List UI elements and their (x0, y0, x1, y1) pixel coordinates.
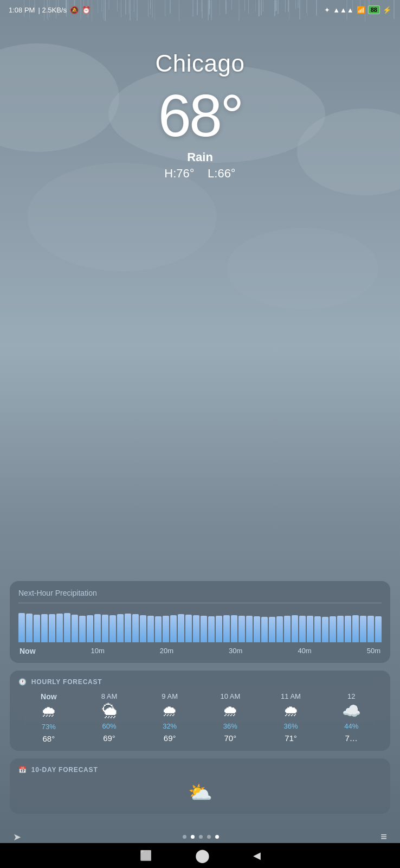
status-right: ✦ ▲▲▲ 📶 88 ⚡ (324, 5, 391, 14)
high-temp: H:76° (164, 167, 194, 180)
ten-day-title: 10-DAY FORECAST (31, 766, 98, 774)
label-50m: 50m (367, 647, 380, 655)
hourly-precip-pct: 36% (223, 722, 237, 730)
precip-bar (34, 615, 40, 642)
menu-icon[interactable]: ≡ (380, 831, 387, 843)
precip-bar (155, 616, 162, 642)
clock-icon: 🕐 (18, 678, 27, 686)
precip-bar (109, 615, 116, 642)
precipitation-card: Next-Hour Precipitation Now 10m 20m 30m … (10, 581, 390, 663)
precip-bar (345, 616, 351, 642)
hourly-temp: 70° (224, 733, 237, 743)
precip-bar (284, 616, 291, 642)
bluetooth-icon: ✦ (324, 6, 330, 14)
hourly-scroll[interactable]: Now🌧73%68°8 AM🌦60%69°9 AM🌧32%69°10 AM🌧36… (18, 692, 382, 743)
hourly-title: HOURLY FORECAST (31, 678, 102, 686)
hourly-precip-pct: 60% (102, 722, 116, 730)
precip-bar (322, 617, 328, 642)
precip-bar (56, 614, 63, 642)
dot-3[interactable] (199, 835, 203, 839)
hourly-item: 9 AM🌧32%69° (139, 692, 200, 743)
dot-1[interactable] (183, 835, 186, 839)
hourly-time: 8 AM (101, 692, 118, 700)
cards-area: Next-Hour Precipitation Now 10m 20m 30m … (0, 581, 400, 814)
hourly-time: 11 AM (281, 692, 301, 700)
weather-condition: Rain (0, 150, 400, 164)
precip-bar (132, 614, 139, 642)
label-40m: 40m (298, 647, 311, 655)
precip-bar (49, 614, 55, 642)
hourly-time: 12 (347, 692, 355, 700)
hourly-time: 9 AM (162, 692, 178, 700)
mute-icon: 🔕 (70, 6, 79, 14)
precip-bar (201, 616, 207, 642)
low-temp: L:66° (208, 167, 236, 180)
precip-bar (307, 616, 313, 642)
hourly-weather-icon: 🌧 (223, 704, 238, 719)
precip-bar (261, 617, 268, 642)
precip-bar (314, 616, 321, 642)
precip-bar (360, 616, 366, 642)
precip-bar (246, 616, 253, 642)
system-navbar: ⬜ ⬤ ◀ (0, 843, 400, 868)
precip-bar (163, 616, 169, 642)
hourly-weather-icon: ☁️ (342, 704, 361, 719)
precip-bar (94, 614, 101, 642)
bottom-nav: ➤ ≡ (0, 831, 400, 843)
precip-bar (185, 615, 192, 642)
hourly-weather-icon: 🌧 (162, 704, 177, 719)
label-20m: 20m (160, 647, 173, 655)
hourly-weather-icon: 🌧 (41, 704, 56, 719)
precip-bar (269, 617, 275, 642)
precip-bar (254, 616, 260, 642)
hourly-weather-icon: 🌧 (283, 704, 299, 719)
precip-bar (147, 616, 154, 642)
precip-bar (193, 615, 199, 642)
hourly-precip-pct: 32% (163, 722, 177, 730)
hourly-weather-icon: 🌦 (102, 704, 117, 719)
back-button[interactable]: ◀ (253, 850, 261, 861)
precip-bar (117, 614, 124, 642)
hourly-temp: 69° (164, 733, 176, 743)
hourly-header: 🕐 HOURLY FORECAST (18, 678, 382, 686)
precip-bar (18, 613, 25, 642)
precip-bar (79, 616, 86, 642)
label-now: Now (20, 647, 36, 655)
precip-bar (102, 615, 108, 642)
precip-bar (231, 615, 237, 642)
weather-main: Chicago 68° Rain H:76° L:66° (0, 17, 400, 181)
status-left: 1:08 PM | 2.5KB/s 🔕 ⏰ (9, 6, 91, 14)
hourly-item: Now🌧73%68° (18, 692, 79, 743)
dot-2[interactable] (191, 835, 195, 839)
calendar-icon: 📅 (18, 766, 27, 774)
dot-5[interactable] (215, 835, 219, 839)
precip-bar (330, 616, 336, 642)
hourly-precip-pct: 44% (344, 722, 358, 730)
precip-bar (352, 615, 359, 642)
precip-bar (367, 616, 374, 642)
hi-lo-range: H:76° L:66° (0, 167, 400, 181)
hourly-temp: 69° (103, 733, 115, 743)
precip-bar (125, 614, 131, 642)
location-arrow-icon[interactable]: ➤ (13, 831, 21, 843)
network-speed: | 2.5KB/s (38, 6, 67, 14)
precip-title: Next-Hour Precipitation (18, 589, 382, 597)
status-bar: 1:08 PM | 2.5KB/s 🔕 ⏰ ✦ ▲▲▲ 📶 88 ⚡ (0, 0, 400, 17)
recent-apps-button[interactable]: ⬜ (140, 850, 152, 861)
hourly-precip-pct: 36% (284, 722, 298, 730)
battery-indicator: 88 (368, 5, 380, 14)
precip-bar (178, 614, 184, 642)
time-display: 1:08 PM (9, 6, 35, 14)
precip-bar (72, 615, 78, 642)
precip-bar (216, 616, 222, 642)
city-name: Chicago (0, 50, 400, 77)
precip-bar (170, 615, 177, 642)
dot-4[interactable] (207, 835, 211, 839)
home-button[interactable]: ⬤ (195, 848, 210, 863)
precip-bar (337, 616, 344, 642)
hourly-temp: 7… (345, 733, 358, 743)
current-temperature: 68° (0, 82, 400, 148)
precip-bar (223, 615, 230, 642)
precip-bar (26, 614, 33, 642)
precip-divider (18, 603, 382, 603)
